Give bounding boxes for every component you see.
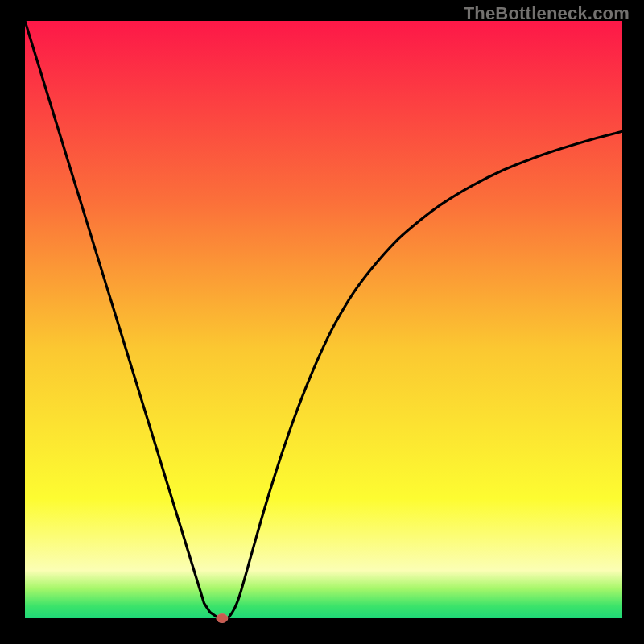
chart-frame: { "watermark": "TheBottleneck.com", "col…: [0, 0, 644, 644]
watermark-text: TheBottleneck.com: [464, 3, 630, 24]
minimum-marker: [217, 614, 228, 623]
bottleneck-chart: [0, 0, 644, 644]
plot-background: [25, 21, 622, 618]
